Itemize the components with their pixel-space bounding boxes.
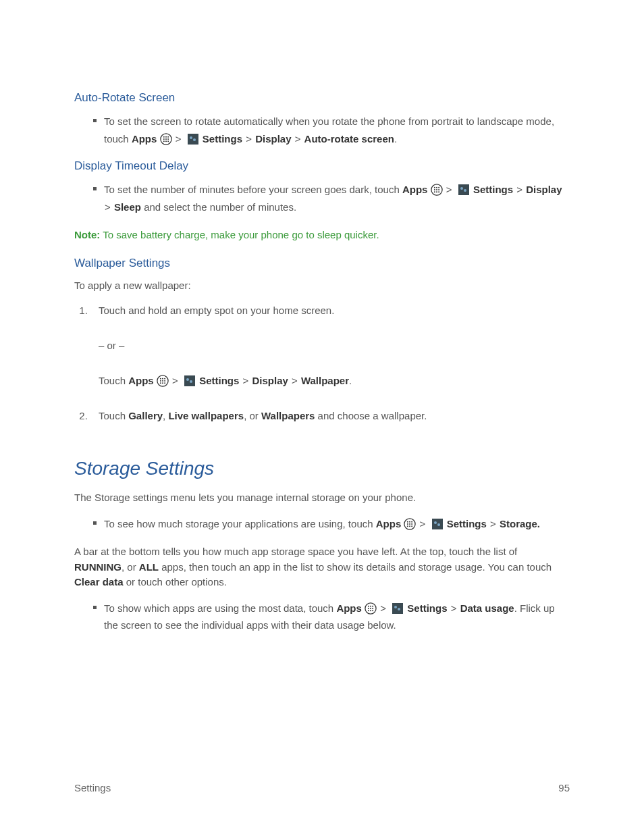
apps-label: Apps bbox=[132, 133, 157, 145]
text: To show which apps are using the most da… bbox=[104, 602, 336, 614]
display-label: Display bbox=[526, 184, 562, 195]
separator: > bbox=[294, 133, 302, 145]
note-label: Note: bbox=[74, 229, 100, 240]
footer-page-number: 95 bbox=[558, 782, 570, 793]
or-text: – or – bbox=[99, 338, 570, 354]
separator: > bbox=[245, 133, 252, 145]
display-label: Display bbox=[252, 375, 288, 386]
svg-point-27 bbox=[160, 382, 161, 384]
text: , or bbox=[244, 410, 261, 421]
svg-point-5 bbox=[165, 138, 167, 140]
svg-point-37 bbox=[407, 525, 408, 527]
text: Touch bbox=[99, 410, 128, 421]
svg-point-3 bbox=[167, 136, 169, 137]
list-item: Touch and hold an empty spot on your hom… bbox=[90, 303, 570, 389]
svg-point-15 bbox=[436, 189, 437, 190]
sleep-label: Sleep bbox=[114, 201, 141, 213]
list-item: To see how much storage your application… bbox=[93, 515, 570, 533]
svg-point-2 bbox=[165, 136, 167, 137]
separator: > bbox=[419, 518, 427, 529]
text: Touch and hold an empty spot on your hom… bbox=[99, 305, 334, 316]
svg-point-45 bbox=[370, 608, 371, 609]
svg-point-11 bbox=[433, 187, 435, 188]
settings-icon bbox=[392, 603, 403, 614]
list-item: Touch Gallery, Live wallpapers, or Wallp… bbox=[90, 408, 570, 424]
settings-label: Settings bbox=[203, 133, 242, 145]
list-item: To show which apps are using the most da… bbox=[93, 600, 570, 634]
svg-point-17 bbox=[433, 191, 435, 192]
apps-label: Apps bbox=[128, 375, 154, 386]
svg-point-9 bbox=[167, 140, 169, 142]
storage-list-1: To see how much storage your application… bbox=[74, 515, 570, 533]
svg-point-46 bbox=[372, 608, 373, 609]
settings-icon bbox=[188, 134, 198, 145]
heading-timeout: Display Timeout Delay bbox=[74, 159, 570, 173]
separator: > bbox=[171, 375, 179, 386]
wallpaper-intro: To apply a new wallpaper: bbox=[74, 278, 570, 294]
svg-point-35 bbox=[409, 523, 410, 525]
settings-icon bbox=[184, 375, 195, 386]
display-label: Display bbox=[255, 133, 291, 145]
svg-point-34 bbox=[407, 523, 408, 525]
text: . bbox=[394, 133, 397, 145]
text: , or bbox=[122, 561, 139, 573]
timeout-list: To set the number of minutes before your… bbox=[74, 181, 570, 215]
text: To see how much storage your application… bbox=[104, 518, 376, 529]
note: Note: To save battery charge, make your … bbox=[74, 228, 570, 243]
svg-point-8 bbox=[165, 140, 167, 142]
svg-point-42 bbox=[370, 605, 371, 606]
heading-wallpaper: Wallpaper Settings bbox=[74, 257, 570, 270]
svg-point-25 bbox=[162, 380, 163, 382]
svg-point-47 bbox=[368, 610, 369, 611]
svg-point-22 bbox=[162, 378, 163, 380]
settings-label: Settings bbox=[447, 518, 487, 529]
apps-icon bbox=[431, 184, 443, 196]
page-footer: Settings 95 bbox=[74, 782, 570, 793]
separator: > bbox=[291, 375, 298, 386]
svg-point-16 bbox=[438, 189, 439, 190]
svg-point-26 bbox=[164, 380, 165, 382]
wallpapers-label: Wallpapers bbox=[261, 410, 315, 421]
live-label: Live wallpapers bbox=[168, 410, 244, 421]
text: A bar at the bottom tells you how much a… bbox=[74, 546, 517, 557]
footer-left: Settings bbox=[74, 782, 111, 793]
text: and select the number of minutes. bbox=[141, 201, 296, 213]
separator: > bbox=[489, 518, 497, 529]
svg-point-33 bbox=[412, 521, 413, 522]
svg-point-29 bbox=[164, 382, 165, 384]
wallpaper-label: Wallpaper bbox=[301, 375, 349, 386]
text: Touch bbox=[99, 375, 128, 386]
svg-point-43 bbox=[372, 605, 373, 606]
wallpaper-steps: Touch and hold an empty spot on your hom… bbox=[74, 303, 570, 424]
settings-label: Settings bbox=[473, 184, 513, 195]
svg-point-49 bbox=[372, 610, 373, 611]
storage-label: Storage. bbox=[500, 518, 540, 529]
svg-point-39 bbox=[412, 525, 413, 527]
separator: > bbox=[516, 184, 523, 195]
text: or touch other options. bbox=[124, 576, 227, 588]
note-text: To save battery charge, make your phone … bbox=[100, 229, 379, 240]
text: . bbox=[349, 375, 352, 386]
svg-point-24 bbox=[160, 380, 161, 382]
separator: > bbox=[175, 133, 182, 145]
svg-point-32 bbox=[409, 521, 410, 522]
settings-icon bbox=[458, 184, 469, 195]
settings-label: Settings bbox=[199, 375, 239, 386]
apps-icon bbox=[404, 518, 416, 530]
svg-point-19 bbox=[438, 191, 439, 192]
list-item: To set the screen to rotate automaticall… bbox=[93, 113, 570, 147]
apps-icon bbox=[157, 375, 169, 387]
svg-point-41 bbox=[368, 605, 369, 606]
svg-point-44 bbox=[368, 608, 369, 609]
svg-point-13 bbox=[438, 187, 439, 188]
svg-point-1 bbox=[163, 136, 164, 137]
svg-point-4 bbox=[163, 138, 164, 140]
text: To set the number of minutes before your… bbox=[104, 184, 402, 195]
auto-rotate-list: To set the screen to rotate automaticall… bbox=[74, 113, 570, 147]
apps-label: Apps bbox=[402, 184, 428, 195]
heading-storage: Storage Settings bbox=[74, 458, 570, 479]
apps-icon bbox=[365, 602, 377, 615]
apps-label: Apps bbox=[376, 518, 402, 529]
text: and choose a wallpaper. bbox=[315, 410, 427, 421]
svg-point-28 bbox=[162, 382, 163, 384]
